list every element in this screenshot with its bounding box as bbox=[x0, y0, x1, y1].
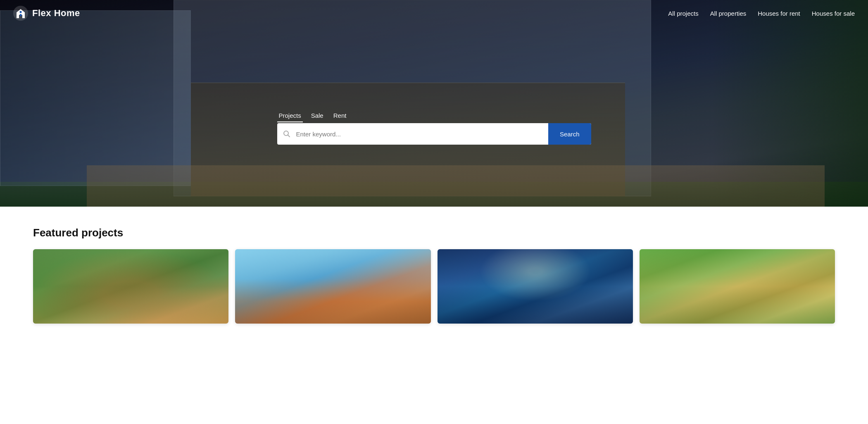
brand-name: Flex Home bbox=[32, 8, 80, 19]
featured-title: Featured projects bbox=[33, 226, 835, 239]
tab-projects[interactable]: Projects bbox=[277, 110, 303, 122]
svg-line-3 bbox=[288, 135, 290, 137]
project-card-4[interactable] bbox=[640, 249, 835, 324]
navbar: Flex Home All projects All properties Ho… bbox=[0, 0, 868, 26]
project-card-2[interactable] bbox=[235, 249, 430, 324]
projects-grid bbox=[33, 249, 835, 324]
nav-all-projects[interactable]: All projects bbox=[668, 10, 698, 17]
nav-houses-for-rent[interactable]: Houses for rent bbox=[758, 10, 800, 17]
hero-background bbox=[0, 0, 868, 207]
search-icon bbox=[277, 130, 296, 138]
house-wall-left bbox=[0, 10, 191, 186]
svg-point-1 bbox=[20, 11, 22, 13]
project-image-3 bbox=[438, 249, 633, 324]
search-bar: Search bbox=[277, 123, 591, 145]
house-patio bbox=[87, 165, 825, 207]
house-icon bbox=[13, 6, 28, 21]
hero-section: Projects Sale Rent Search bbox=[0, 0, 868, 207]
search-input[interactable] bbox=[296, 131, 548, 138]
tab-rent[interactable]: Rent bbox=[332, 110, 348, 122]
project-card-3[interactable] bbox=[438, 249, 633, 324]
project-image-4 bbox=[640, 249, 835, 324]
tab-sale[interactable]: Sale bbox=[309, 110, 325, 122]
hero-house-illustration bbox=[0, 0, 868, 207]
project-card-1[interactable] bbox=[33, 249, 228, 324]
nav-all-properties[interactable]: All properties bbox=[710, 10, 747, 17]
navbar-links: All projects All properties Houses for r… bbox=[668, 10, 855, 17]
nav-houses-for-sale[interactable]: Houses for sale bbox=[812, 10, 855, 17]
brand-logo[interactable]: Flex Home bbox=[13, 6, 80, 21]
search-button[interactable]: Search bbox=[548, 123, 591, 145]
search-tabs: Projects Sale Rent bbox=[277, 110, 591, 122]
project-image-1 bbox=[33, 249, 228, 324]
hero-search-area: Projects Sale Rent Search bbox=[277, 110, 591, 145]
project-image-2 bbox=[235, 249, 430, 324]
featured-section: Featured projects bbox=[0, 207, 868, 340]
